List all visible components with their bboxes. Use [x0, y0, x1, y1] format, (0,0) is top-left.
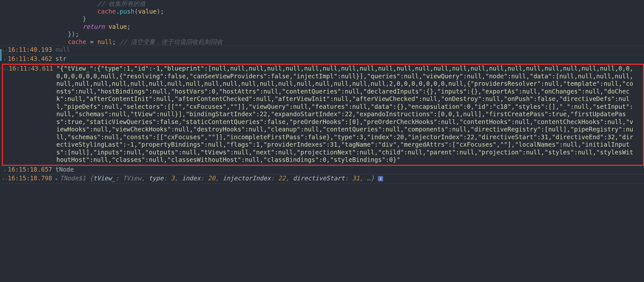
code-line: });: [2, 30, 644, 38]
output-icon: ‹·: [3, 65, 9, 73]
object-key: injectorIndex: [223, 175, 271, 182]
object-value: 31: [352, 175, 360, 182]
input-icon: ›: [2, 166, 8, 175]
console-panel: // 收集所有的值 cache.push(value); } return va…: [0, 0, 644, 282]
message-content: str: [55, 55, 644, 63]
code-line: return value;: [2, 23, 644, 31]
timestamp: 16:11:43.462: [8, 55, 55, 63]
marker-bar: [0, 49, 2, 61]
output-icon: ‹·: [2, 46, 8, 55]
timestamp: 16:11:40.193: [8, 46, 55, 54]
code-line: cache = null; // 清空变量，便于垃圾回收机制回收: [2, 38, 644, 46]
object-value: TView: [123, 175, 141, 182]
console-row[interactable]: ›16:15:18.657tNode: [2, 166, 644, 175]
gutter-blank: [2, 0, 8, 1]
info-icon[interactable]: i: [378, 176, 383, 181]
console-row[interactable]: ›16:11:43.462str: [2, 55, 644, 64]
null-value: null: [55, 46, 70, 53]
output-icon: ‹·: [2, 175, 8, 183]
object-type: TNode$1: [60, 175, 90, 182]
message-content: null: [55, 46, 644, 54]
object-value: 20: [208, 175, 215, 182]
console-row[interactable]: ‹·16:15:18.798▸TNode$1 {tView_: TView, t…: [2, 175, 644, 183]
object-value: 3: [171, 175, 175, 182]
timestamp: 16:15:18.657: [8, 166, 55, 174]
message-content: ▸TNode$1 {tView_: TView, type: 3, index:…: [55, 175, 644, 183]
message-content: "{"tView_":{"type":1,"id":-1,"blueprint"…: [56, 65, 643, 165]
console-row[interactable]: ‹·16:11:43.611"{"tView_":{"type":1,"id":…: [2, 64, 644, 166]
code-line: }: [2, 15, 644, 23]
message-content: tNode: [55, 166, 644, 174]
timestamp: 16:11:43.611: [9, 65, 56, 73]
code-line: cache.push(value);: [2, 8, 644, 16]
comment: // 收集所有的值: [97, 0, 145, 7]
object-key: tView_: [93, 175, 115, 182]
object-key: directiveStart: [293, 175, 345, 182]
input-icon: ›: [2, 55, 8, 64]
divider: [2, 183, 644, 184]
code-content: cache.push(value);: [53, 8, 644, 16]
console-row[interactable]: ‹·16:11:40.193null: [2, 46, 644, 55]
object-value: 22: [278, 175, 285, 182]
code-line: // 收集所有的值: [2, 0, 644, 8]
chevron-right-icon[interactable]: ▸: [55, 175, 60, 183]
code-content: // 收集所有的值: [53, 0, 644, 8]
timestamp: 16:15:18.798: [8, 175, 55, 182]
object-key: type: [149, 175, 164, 182]
object-key: index: [182, 175, 200, 182]
